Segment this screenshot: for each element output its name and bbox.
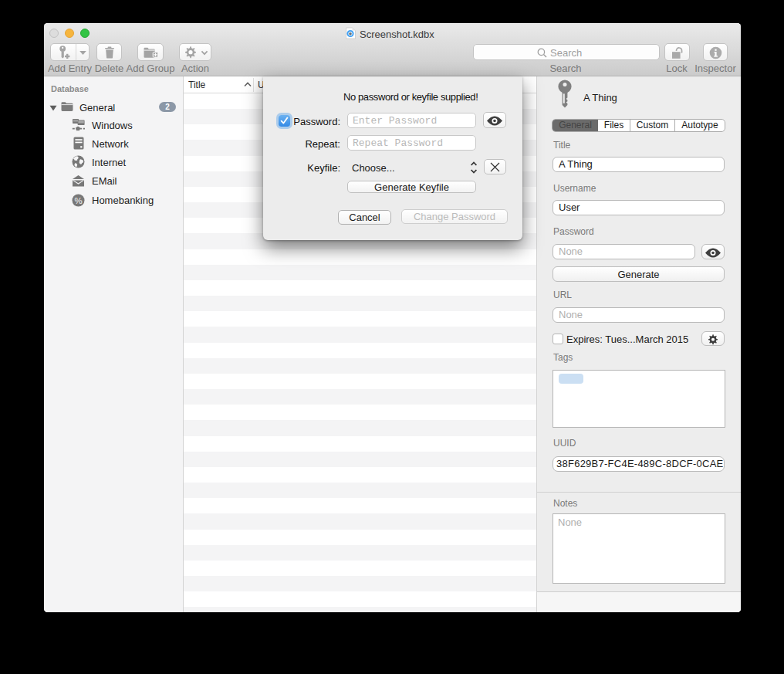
- svg-text:%: %: [74, 196, 82, 205]
